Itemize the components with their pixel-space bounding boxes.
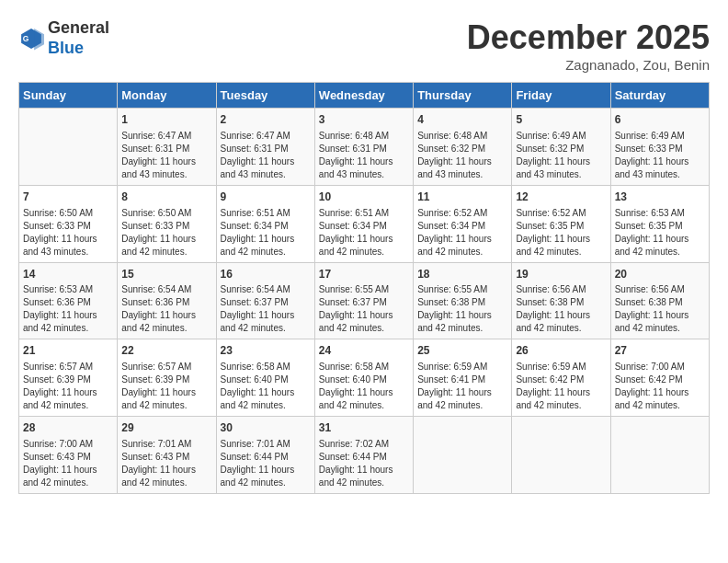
- day-detail: Sunrise: 6:58 AMSunset: 6:40 PMDaylight:…: [319, 361, 409, 412]
- day-detail: Sunrise: 6:55 AMSunset: 6:38 PMDaylight:…: [417, 283, 507, 335]
- calendar-day-cell: 4Sunrise: 6:48 AMSunset: 6:32 PMDaylight…: [414, 109, 512, 186]
- day-detail: Sunrise: 6:59 AMSunset: 6:42 PMDaylight:…: [516, 361, 606, 412]
- calendar-day-cell: 16Sunrise: 6:54 AMSunset: 6:37 PMDayligh…: [216, 262, 314, 339]
- calendar-day-cell: [610, 417, 709, 494]
- day-number: 6: [615, 112, 705, 128]
- calendar-day-cell: 7Sunrise: 6:50 AMSunset: 6:33 PMDaylight…: [19, 185, 118, 262]
- calendar-day-cell: [512, 417, 610, 494]
- day-number: 27: [615, 343, 705, 359]
- calendar-day-cell: 1Sunrise: 6:47 AMSunset: 6:31 PMDaylight…: [118, 109, 216, 186]
- calendar-day-cell: 31Sunrise: 7:02 AMSunset: 6:44 PMDayligh…: [314, 417, 413, 494]
- day-of-week-header: Sunday: [19, 83, 118, 109]
- day-of-week-header: Friday: [512, 83, 610, 109]
- day-detail: Sunrise: 6:47 AMSunset: 6:31 PMDaylight:…: [221, 130, 311, 181]
- day-number: 28: [23, 420, 113, 436]
- calendar-week-row: 1Sunrise: 6:47 AMSunset: 6:31 PMDaylight…: [19, 109, 710, 186]
- day-number: 14: [23, 267, 113, 282]
- day-detail: Sunrise: 6:54 AMSunset: 6:36 PMDaylight:…: [121, 283, 211, 335]
- day-detail: Sunrise: 6:51 AMSunset: 6:34 PMDaylight:…: [319, 207, 409, 259]
- logo-blue-text: Blue: [48, 39, 84, 57]
- calendar-table: SundayMondayTuesdayWednesdayThursdayFrid…: [18, 82, 710, 494]
- calendar-week-row: 21Sunrise: 6:57 AMSunset: 6:39 PMDayligh…: [19, 339, 710, 417]
- day-number: 1: [121, 112, 211, 128]
- day-detail: Sunrise: 6:47 AMSunset: 6:31 PMDaylight:…: [121, 130, 211, 181]
- day-number: 25: [417, 343, 507, 359]
- calendar-day-cell: 9Sunrise: 6:51 AMSunset: 6:34 PMDaylight…: [216, 185, 314, 262]
- day-number: 2: [221, 112, 311, 128]
- day-detail: Sunrise: 6:51 AMSunset: 6:34 PMDaylight:…: [221, 207, 311, 259]
- day-detail: Sunrise: 6:57 AMSunset: 6:39 PMDaylight:…: [23, 361, 113, 412]
- day-detail: Sunrise: 7:00 AMSunset: 6:43 PMDaylight:…: [23, 438, 113, 489]
- day-number: 16: [221, 267, 311, 282]
- day-detail: Sunrise: 6:57 AMSunset: 6:39 PMDaylight:…: [121, 361, 211, 412]
- calendar-day-cell: 27Sunrise: 7:00 AMSunset: 6:42 PMDayligh…: [610, 339, 709, 417]
- day-of-week-header: Saturday: [610, 83, 709, 109]
- logo-general-text: General: [48, 18, 109, 37]
- calendar-day-cell: [19, 109, 118, 186]
- calendar-week-row: 7Sunrise: 6:50 AMSunset: 6:33 PMDaylight…: [19, 185, 710, 262]
- logo-text: General Blue: [48, 18, 109, 58]
- calendar-day-cell: 24Sunrise: 6:58 AMSunset: 6:40 PMDayligh…: [314, 339, 413, 417]
- day-number: 15: [121, 267, 211, 282]
- day-number: 24: [319, 343, 409, 359]
- logo: G General Blue: [18, 18, 109, 58]
- calendar-header: SundayMondayTuesdayWednesdayThursdayFrid…: [19, 83, 710, 109]
- day-detail: Sunrise: 6:53 AMSunset: 6:36 PMDaylight:…: [23, 283, 113, 335]
- day-number: 19: [516, 267, 606, 282]
- day-detail: Sunrise: 6:56 AMSunset: 6:38 PMDaylight:…: [615, 283, 705, 335]
- calendar-week-row: 28Sunrise: 7:00 AMSunset: 6:43 PMDayligh…: [19, 417, 710, 494]
- calendar-day-cell: 26Sunrise: 6:59 AMSunset: 6:42 PMDayligh…: [512, 339, 610, 417]
- calendar-body: 1Sunrise: 6:47 AMSunset: 6:31 PMDaylight…: [19, 109, 710, 494]
- day-detail: Sunrise: 6:55 AMSunset: 6:37 PMDaylight:…: [319, 283, 409, 335]
- day-number: 3: [319, 112, 409, 128]
- day-detail: Sunrise: 6:52 AMSunset: 6:34 PMDaylight:…: [417, 207, 507, 259]
- calendar-day-cell: 22Sunrise: 6:57 AMSunset: 6:39 PMDayligh…: [118, 339, 216, 417]
- day-detail: Sunrise: 6:54 AMSunset: 6:37 PMDaylight:…: [221, 283, 311, 335]
- day-number: 4: [417, 112, 507, 128]
- calendar-day-cell: 20Sunrise: 6:56 AMSunset: 6:38 PMDayligh…: [610, 262, 709, 339]
- calendar-day-cell: 2Sunrise: 6:47 AMSunset: 6:31 PMDaylight…: [216, 109, 314, 186]
- calendar-day-cell: 15Sunrise: 6:54 AMSunset: 6:36 PMDayligh…: [118, 262, 216, 339]
- calendar-day-cell: 10Sunrise: 6:51 AMSunset: 6:34 PMDayligh…: [314, 185, 413, 262]
- day-number: 5: [516, 112, 606, 128]
- calendar-day-cell: 30Sunrise: 7:01 AMSunset: 6:44 PMDayligh…: [216, 417, 314, 494]
- day-detail: Sunrise: 6:56 AMSunset: 6:38 PMDaylight:…: [516, 283, 606, 335]
- day-detail: Sunrise: 6:52 AMSunset: 6:35 PMDaylight:…: [516, 207, 606, 259]
- day-detail: Sunrise: 7:00 AMSunset: 6:42 PMDaylight:…: [615, 361, 705, 412]
- day-number: 22: [121, 343, 211, 359]
- day-number: 10: [319, 190, 409, 205]
- calendar-day-cell: 23Sunrise: 6:58 AMSunset: 6:40 PMDayligh…: [216, 339, 314, 417]
- day-number: 12: [516, 190, 606, 205]
- calendar-day-cell: 5Sunrise: 6:49 AMSunset: 6:32 PMDaylight…: [512, 109, 610, 186]
- day-number: 18: [417, 267, 507, 282]
- calendar-day-cell: 25Sunrise: 6:59 AMSunset: 6:41 PMDayligh…: [414, 339, 512, 417]
- logo-icon: G: [18, 26, 44, 52]
- calendar-day-cell: 11Sunrise: 6:52 AMSunset: 6:34 PMDayligh…: [414, 185, 512, 262]
- day-detail: Sunrise: 6:50 AMSunset: 6:33 PMDaylight:…: [121, 207, 211, 259]
- calendar-day-cell: 14Sunrise: 6:53 AMSunset: 6:36 PMDayligh…: [19, 262, 118, 339]
- day-detail: Sunrise: 6:48 AMSunset: 6:31 PMDaylight:…: [319, 130, 409, 181]
- day-of-week-header: Wednesday: [314, 83, 413, 109]
- day-number: 26: [516, 343, 606, 359]
- day-detail: Sunrise: 7:02 AMSunset: 6:44 PMDaylight:…: [319, 438, 409, 489]
- calendar-day-cell: 12Sunrise: 6:52 AMSunset: 6:35 PMDayligh…: [512, 185, 610, 262]
- calendar-day-cell: 19Sunrise: 6:56 AMSunset: 6:38 PMDayligh…: [512, 262, 610, 339]
- day-number: 13: [615, 190, 705, 205]
- calendar-day-cell: 29Sunrise: 7:01 AMSunset: 6:43 PMDayligh…: [118, 417, 216, 494]
- svg-marker-1: [34, 29, 44, 50]
- day-of-week-header: Monday: [118, 83, 216, 109]
- day-number: 30: [221, 420, 311, 436]
- day-detail: Sunrise: 6:53 AMSunset: 6:35 PMDaylight:…: [615, 207, 705, 259]
- day-number: 23: [221, 343, 311, 359]
- day-detail: Sunrise: 6:59 AMSunset: 6:41 PMDaylight:…: [417, 361, 507, 412]
- day-detail: Sunrise: 6:50 AMSunset: 6:33 PMDaylight:…: [23, 207, 113, 259]
- calendar-day-cell: 8Sunrise: 6:50 AMSunset: 6:33 PMDaylight…: [118, 185, 216, 262]
- calendar-day-cell: 18Sunrise: 6:55 AMSunset: 6:38 PMDayligh…: [414, 262, 512, 339]
- title-block: December 2025 Zagnanado, Zou, Benin: [467, 18, 710, 73]
- day-detail: Sunrise: 6:49 AMSunset: 6:33 PMDaylight:…: [615, 130, 705, 181]
- month-title: December 2025: [467, 18, 710, 57]
- header-row: SundayMondayTuesdayWednesdayThursdayFrid…: [19, 83, 710, 109]
- calendar-week-row: 14Sunrise: 6:53 AMSunset: 6:36 PMDayligh…: [19, 262, 710, 339]
- day-number: 11: [417, 190, 507, 205]
- day-number: 17: [319, 267, 409, 282]
